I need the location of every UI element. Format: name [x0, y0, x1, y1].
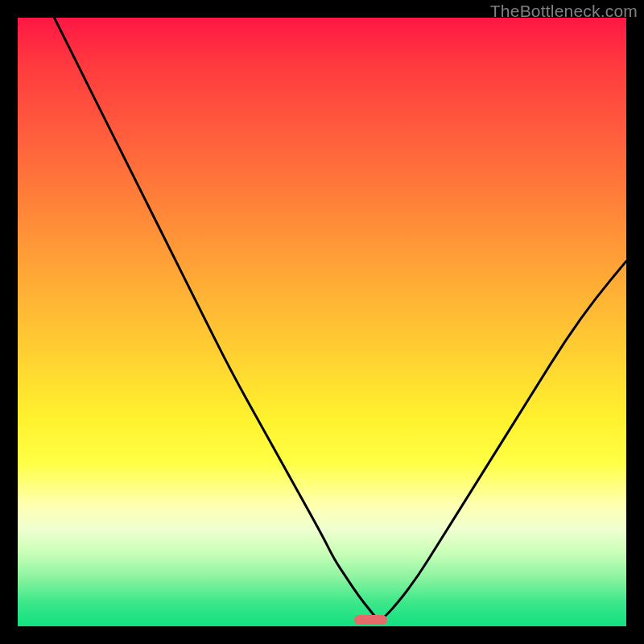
optimal-marker — [354, 615, 388, 625]
chart-frame: TheBottleneck.com — [0, 0, 644, 644]
bottleneck-curve — [18, 18, 626, 626]
watermark-text: TheBottleneck.com — [490, 2, 638, 21]
plot-area — [18, 18, 626, 626]
